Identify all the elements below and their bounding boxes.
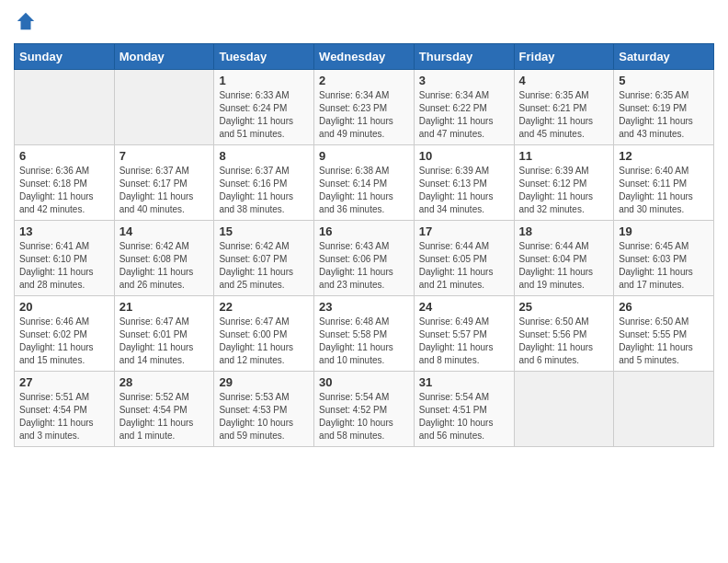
day-number: 6 [19,149,109,163]
day-number: 30 [319,375,409,389]
svg-marker-0 [17,13,34,29]
day-number: 9 [319,149,409,163]
day-number: 4 [519,74,609,87]
day-number: 19 [619,224,709,238]
day-info: Sunrise: 5:54 AM Sunset: 4:51 PM Dayligh… [419,391,509,442]
calendar-cell: 13Sunrise: 6:41 AM Sunset: 6:10 PM Dayli… [15,221,115,296]
calendar-cell [15,70,115,145]
day-number: 3 [419,74,509,87]
day-info: Sunrise: 6:49 AM Sunset: 5:57 PM Dayligh… [419,316,509,367]
day-info: Sunrise: 6:46 AM Sunset: 6:02 PM Dayligh… [19,316,109,367]
calendar-cell: 3Sunrise: 6:34 AM Sunset: 6:22 PM Daylig… [414,70,514,145]
page-header [14,9,714,36]
calendar-cell: 20Sunrise: 6:46 AM Sunset: 6:02 PM Dayli… [15,296,115,372]
week-row-5: 27Sunrise: 5:51 AM Sunset: 4:54 PM Dayli… [15,372,714,447]
day-info: Sunrise: 5:54 AM Sunset: 4:52 PM Dayligh… [319,391,409,442]
calendar-cell: 5Sunrise: 6:35 AM Sunset: 6:19 PM Daylig… [614,70,714,145]
day-number: 23 [319,300,409,314]
day-info: Sunrise: 5:52 AM Sunset: 4:54 PM Dayligh… [119,391,210,442]
day-number: 12 [619,149,709,163]
day-info: Sunrise: 6:36 AM Sunset: 6:18 PM Dayligh… [19,165,109,216]
day-info: Sunrise: 6:43 AM Sunset: 6:06 PM Dayligh… [319,240,409,292]
day-number: 5 [619,74,709,87]
calendar-header: SundayMondayTuesdayWednesdayThursdayFrid… [15,44,714,70]
header-cell-saturday: Saturday [614,44,714,70]
day-info: Sunrise: 6:44 AM Sunset: 6:05 PM Dayligh… [419,240,509,292]
day-info: Sunrise: 6:45 AM Sunset: 6:03 PM Dayligh… [619,240,709,292]
calendar-cell: 18Sunrise: 6:44 AM Sunset: 6:04 PM Dayli… [514,221,614,296]
day-info: Sunrise: 6:38 AM Sunset: 6:14 PM Dayligh… [319,165,409,216]
calendar-cell: 10Sunrise: 6:39 AM Sunset: 6:13 PM Dayli… [414,145,514,221]
day-number: 13 [19,224,109,238]
day-info: Sunrise: 6:47 AM Sunset: 6:01 PM Dayligh… [119,316,210,367]
day-number: 15 [219,224,309,238]
logo-icon [16,11,36,31]
calendar-cell: 12Sunrise: 6:40 AM Sunset: 6:11 PM Dayli… [614,145,714,221]
calendar-cell: 15Sunrise: 6:42 AM Sunset: 6:07 PM Dayli… [214,221,314,296]
day-number: 18 [519,224,609,238]
calendar-cell: 7Sunrise: 6:37 AM Sunset: 6:17 PM Daylig… [114,145,214,221]
day-info: Sunrise: 6:48 AM Sunset: 5:58 PM Dayligh… [319,316,409,367]
day-number: 31 [419,375,509,389]
day-info: Sunrise: 6:35 AM Sunset: 6:21 PM Dayligh… [519,89,609,141]
calendar-table: SundayMondayTuesdayWednesdayThursdayFrid… [14,43,714,447]
calendar-cell [614,372,714,447]
day-info: Sunrise: 6:42 AM Sunset: 6:07 PM Dayligh… [219,240,309,292]
day-number: 28 [119,375,210,389]
day-number: 24 [419,300,509,314]
calendar-cell: 26Sunrise: 6:50 AM Sunset: 5:55 PM Dayli… [614,296,714,372]
day-info: Sunrise: 5:53 AM Sunset: 4:53 PM Dayligh… [219,391,309,442]
day-info: Sunrise: 6:40 AM Sunset: 6:11 PM Dayligh… [619,165,709,216]
week-row-1: 1Sunrise: 6:33 AM Sunset: 6:24 PM Daylig… [15,70,714,145]
day-number: 16 [319,224,409,238]
header-cell-friday: Friday [514,44,614,70]
calendar-cell: 27Sunrise: 5:51 AM Sunset: 4:54 PM Dayli… [15,372,115,447]
calendar-cell: 14Sunrise: 6:42 AM Sunset: 6:08 PM Dayli… [114,221,214,296]
day-number: 7 [119,149,210,163]
day-info: Sunrise: 6:37 AM Sunset: 6:17 PM Dayligh… [119,165,210,216]
calendar-cell: 16Sunrise: 6:43 AM Sunset: 6:06 PM Dayli… [314,221,415,296]
calendar-cell: 22Sunrise: 6:47 AM Sunset: 6:00 PM Dayli… [214,296,314,372]
calendar-cell [514,372,614,447]
day-number: 10 [419,149,509,163]
header-cell-monday: Monday [114,44,214,70]
header-cell-wednesday: Wednesday [314,44,415,70]
calendar-cell: 31Sunrise: 5:54 AM Sunset: 4:51 PM Dayli… [414,372,514,447]
day-number: 2 [319,74,409,87]
calendar-cell: 1Sunrise: 6:33 AM Sunset: 6:24 PM Daylig… [214,70,314,145]
header-cell-thursday: Thursday [414,44,514,70]
week-row-2: 6Sunrise: 6:36 AM Sunset: 6:18 PM Daylig… [15,145,714,221]
day-info: Sunrise: 6:50 AM Sunset: 5:55 PM Dayligh… [619,316,709,367]
day-number: 27 [19,375,109,389]
logo [14,15,36,36]
calendar-cell: 17Sunrise: 6:44 AM Sunset: 6:05 PM Dayli… [414,221,514,296]
header-cell-tuesday: Tuesday [214,44,314,70]
day-info: Sunrise: 5:51 AM Sunset: 4:54 PM Dayligh… [19,391,109,442]
calendar-cell: 8Sunrise: 6:37 AM Sunset: 6:16 PM Daylig… [214,145,314,221]
header-cell-sunday: Sunday [15,44,115,70]
calendar-cell: 30Sunrise: 5:54 AM Sunset: 4:52 PM Dayli… [314,372,415,447]
week-row-3: 13Sunrise: 6:41 AM Sunset: 6:10 PM Dayli… [15,221,714,296]
day-info: Sunrise: 6:34 AM Sunset: 6:23 PM Dayligh… [319,89,409,141]
day-number: 20 [19,300,109,314]
day-info: Sunrise: 6:34 AM Sunset: 6:22 PM Dayligh… [419,89,509,141]
calendar-cell: 6Sunrise: 6:36 AM Sunset: 6:18 PM Daylig… [15,145,115,221]
calendar-cell: 25Sunrise: 6:50 AM Sunset: 5:56 PM Dayli… [514,296,614,372]
day-number: 21 [119,300,210,314]
calendar-cell: 23Sunrise: 6:48 AM Sunset: 5:58 PM Dayli… [314,296,415,372]
day-number: 17 [419,224,509,238]
calendar-cell: 21Sunrise: 6:47 AM Sunset: 6:01 PM Dayli… [114,296,214,372]
day-number: 22 [219,300,309,314]
calendar-cell: 4Sunrise: 6:35 AM Sunset: 6:21 PM Daylig… [514,70,614,145]
day-number: 26 [619,300,709,314]
day-number: 29 [219,375,309,389]
day-number: 14 [119,224,210,238]
day-number: 25 [519,300,609,314]
calendar-cell: 11Sunrise: 6:39 AM Sunset: 6:12 PM Dayli… [514,145,614,221]
calendar-cell: 9Sunrise: 6:38 AM Sunset: 6:14 PM Daylig… [314,145,415,221]
calendar-cell: 28Sunrise: 5:52 AM Sunset: 4:54 PM Dayli… [114,372,214,447]
calendar-cell: 2Sunrise: 6:34 AM Sunset: 6:23 PM Daylig… [314,70,415,145]
header-row: SundayMondayTuesdayWednesdayThursdayFrid… [15,44,714,70]
day-info: Sunrise: 6:50 AM Sunset: 5:56 PM Dayligh… [519,316,609,367]
day-info: Sunrise: 6:39 AM Sunset: 6:12 PM Dayligh… [519,165,609,216]
